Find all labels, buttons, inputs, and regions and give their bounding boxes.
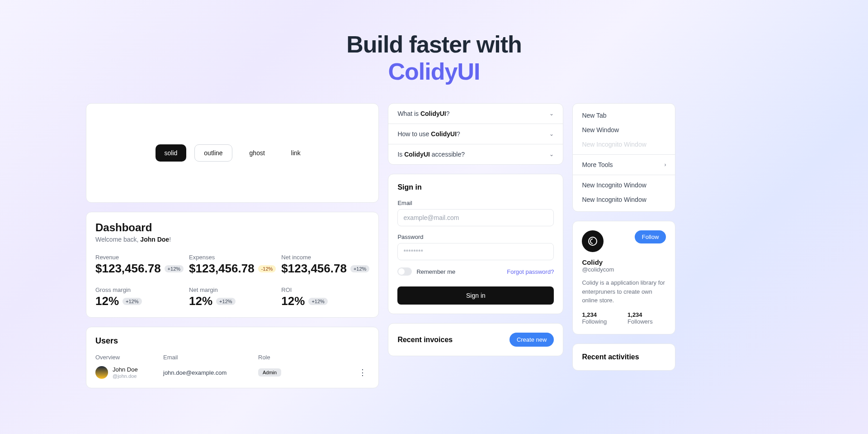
email-field[interactable] xyxy=(397,209,554,226)
context-menu: New TabNew WindowNew Incognito Window Mo… xyxy=(572,103,675,212)
dashboard-card: Dashboard Welcome back, John Doe! Revenu… xyxy=(86,212,379,318)
password-label: Password xyxy=(397,234,554,240)
follow-button[interactable]: Follow xyxy=(635,230,666,243)
menu-item[interactable]: New Window xyxy=(573,123,675,137)
dashboard-subtitle: Welcome back, John Doe! xyxy=(95,236,369,243)
chevron-down-icon: ⌄ xyxy=(549,151,554,157)
stat-label: ROI xyxy=(281,286,369,293)
avatar xyxy=(95,366,108,379)
stat-delta-badge: +12% xyxy=(123,298,142,305)
accordion-item[interactable]: What is ColidyUI? ⌄ xyxy=(388,104,563,124)
stat-label: Net income xyxy=(281,254,369,261)
stat-delta-badge: +12% xyxy=(350,265,369,272)
menu-item[interactable]: New Incognito Window xyxy=(573,192,675,207)
stat-item: ROI 12% +12% xyxy=(281,286,369,308)
password-field[interactable] xyxy=(397,243,554,260)
stat-value: 12% xyxy=(189,294,212,308)
ghost-button[interactable]: ghost xyxy=(241,144,274,162)
user-name: John Doe xyxy=(113,366,138,373)
role-badge: Admin xyxy=(258,368,281,377)
accordion-item[interactable]: Is ColidyUI accessible? ⌄ xyxy=(388,144,563,164)
accordion-item[interactable]: How to use ColidyUI? ⌄ xyxy=(388,124,563,144)
remember-label: Remember me xyxy=(416,268,455,275)
user-handle: @john.doe xyxy=(113,373,138,379)
menu-item: New Incognito Window xyxy=(573,137,675,152)
solid-button[interactable]: solid xyxy=(156,144,187,162)
profile-card: Follow Colidy @colidycom Colidy is a app… xyxy=(572,221,675,334)
activities-card: Recent activities xyxy=(572,343,675,371)
forgot-password-link[interactable]: Forgot password? xyxy=(507,268,554,275)
stat-value: $123,456.78 xyxy=(281,262,347,276)
link-button[interactable]: link xyxy=(282,144,310,162)
users-header-email: Email xyxy=(163,354,258,361)
stat-value: 12% xyxy=(281,294,305,308)
stat-item: Net income $123,456.78 +12% xyxy=(281,254,369,276)
users-header-overview: Overview xyxy=(95,354,163,361)
row-menu-button[interactable]: ⋮ xyxy=(356,367,369,377)
chevron-down-icon: ⌄ xyxy=(549,131,554,137)
remember-switch[interactable] xyxy=(397,267,412,276)
profile-handle: @colidycom xyxy=(582,266,666,273)
buttons-card: solid outline ghost link xyxy=(86,103,379,203)
stat-value: 12% xyxy=(95,294,119,308)
stat-value: $123,456.78 xyxy=(189,262,255,276)
stat-delta-badge: +12% xyxy=(216,298,235,305)
stat-label: Revenue xyxy=(95,254,184,261)
menu-item-more-tools[interactable]: More Tools › xyxy=(573,157,675,172)
users-header-role: Role xyxy=(258,354,356,361)
menu-item[interactable]: New Tab xyxy=(573,108,675,123)
accordion-card: What is ColidyUI? ⌄How to use ColidyUI? … xyxy=(388,103,563,165)
invoices-card: Recent invoices Create new xyxy=(388,323,563,356)
stat-item: Gross margin 12% +12% xyxy=(95,286,184,308)
stat-label: Net margin xyxy=(189,286,276,293)
chevron-right-icon: › xyxy=(664,162,666,168)
stat-item: Net margin 12% +12% xyxy=(189,286,276,308)
stat-delta-badge: +12% xyxy=(165,265,184,272)
dashboard-title: Dashboard xyxy=(95,221,369,234)
create-invoice-button[interactable]: Create new xyxy=(509,333,554,347)
hero: Build faster with ColidyUI xyxy=(0,0,868,103)
stat-label: Gross margin xyxy=(95,286,184,293)
signin-button[interactable]: Sign in xyxy=(397,286,554,305)
svg-point-0 xyxy=(589,237,597,245)
signin-card: Sign in Email Password Remember me Forgo… xyxy=(388,174,563,314)
users-title: Users xyxy=(95,336,369,346)
stat-delta-badge: -12% xyxy=(258,265,276,272)
email-label: Email xyxy=(397,200,554,206)
profile-bio: Colidy is a application library for ente… xyxy=(582,278,666,305)
profile-name: Colidy xyxy=(582,258,666,266)
stat-item: Revenue $123,456.78 +12% xyxy=(95,254,184,276)
invoices-title: Recent invoices xyxy=(397,336,453,344)
user-email: john.doe@example.com xyxy=(163,369,258,376)
hero-title: Build faster with ColidyUI xyxy=(0,31,868,85)
activities-title: Recent activities xyxy=(582,353,666,361)
stat-delta-badge: +12% xyxy=(308,298,327,305)
hero-brand: ColidyUI xyxy=(0,58,868,85)
users-card: Users Overview Email Role John Doe @john… xyxy=(86,327,379,388)
table-row: John Doe @john.doe john.doe@example.com … xyxy=(95,366,369,379)
outline-button[interactable]: outline xyxy=(194,144,232,162)
stat-label: Expenses xyxy=(189,254,276,261)
menu-item[interactable]: New Incognito Window xyxy=(573,178,675,192)
profile-avatar xyxy=(582,230,604,252)
stat-item: Expenses $123,456.78 -12% xyxy=(189,254,276,276)
chevron-down-icon: ⌄ xyxy=(549,110,554,117)
hero-title-text: Build faster with xyxy=(346,31,521,57)
signin-title: Sign in xyxy=(397,183,554,191)
stat-value: $123,456.78 xyxy=(95,262,161,276)
